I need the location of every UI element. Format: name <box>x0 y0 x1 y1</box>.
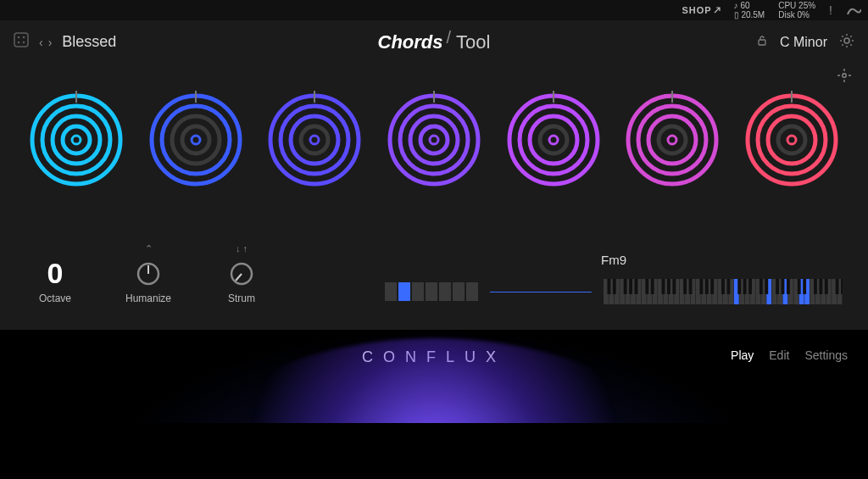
cpu-label: CPU <box>778 1 796 10</box>
status-bar: SHOP ♪ 60 ▯ 20.5M CPU 25% Disk 0% ! <box>0 0 868 20</box>
chord-circles-row <box>25 89 843 191</box>
degree-box-1[interactable] <box>385 282 397 301</box>
degree-box-4[interactable] <box>426 282 437 301</box>
svg-line-13 <box>842 44 843 45</box>
octave-value: 0 <box>47 259 64 287</box>
disk-value: 0% <box>797 10 809 19</box>
svg-rect-100 <box>613 279 616 294</box>
svg-rect-120 <box>765 279 768 294</box>
svg-point-48 <box>768 116 815 164</box>
svg-rect-116 <box>737 279 741 294</box>
range-bar[interactable] <box>490 292 592 292</box>
svg-point-4 <box>23 42 25 44</box>
chord-circle-3[interactable] <box>264 89 365 191</box>
controls-row: 0 Octave ⌃ Humanize ↓ ↑ Strum Fm9 <box>0 225 868 313</box>
degree-selector[interactable] <box>385 282 478 301</box>
tab-settings[interactable]: Settings <box>804 348 848 362</box>
svg-point-36 <box>509 96 598 184</box>
svg-rect-129 <box>836 279 839 294</box>
svg-point-43 <box>648 116 696 164</box>
svg-rect-115 <box>726 279 730 294</box>
dice-icon[interactable] <box>14 32 29 52</box>
svg-point-1 <box>18 36 20 39</box>
svg-rect-122 <box>782 279 785 294</box>
tab-edit[interactable]: Edit <box>769 348 789 362</box>
humanize-control[interactable]: ⌃ Humanize <box>119 243 178 304</box>
svg-point-15 <box>843 74 846 77</box>
svg-rect-128 <box>825 279 828 294</box>
bpm-value: 60 <box>740 1 749 10</box>
chord-circle-2[interactable] <box>145 89 247 191</box>
lock-icon[interactable] <box>756 35 768 50</box>
degree-box-3[interactable] <box>412 282 424 301</box>
prev-preset-button[interactable]: ‹ <box>39 36 43 49</box>
svg-line-14 <box>850 36 851 36</box>
key-scale-display[interactable]: C Minor <box>780 35 827 50</box>
shop-link[interactable]: SHOP <box>682 5 720 15</box>
header-bar: ‹ › Blessed Chords / Tool C Minor <box>0 20 868 64</box>
chord-circle-1[interactable] <box>25 89 127 191</box>
octave-label: Octave <box>39 292 71 304</box>
strum-knob[interactable] <box>228 260 255 287</box>
humanize-knob[interactable] <box>135 260 162 287</box>
disk-label: Disk <box>778 10 794 19</box>
svg-rect-124 <box>798 279 801 294</box>
svg-rect-102 <box>629 279 632 294</box>
chord-circle-5[interactable] <box>503 89 604 191</box>
conflux-footer: CONFLUX PlayEditSettings <box>0 330 868 423</box>
svg-point-30 <box>310 136 319 144</box>
chord-circle-4[interactable] <box>383 89 485 191</box>
humanize-top-icon: ⌃ <box>145 243 153 255</box>
alert-icon[interactable]: ! <box>829 3 832 17</box>
svg-rect-121 <box>776 279 779 294</box>
svg-rect-118 <box>748 279 752 294</box>
degree-box-6[interactable] <box>453 282 465 301</box>
svg-point-19 <box>63 126 90 153</box>
svg-rect-117 <box>743 279 747 294</box>
chord-display: Fm9 <box>385 253 843 304</box>
svg-point-20 <box>72 136 81 144</box>
tab-play[interactable]: Play <box>731 348 754 362</box>
expand-icon[interactable] <box>837 69 851 82</box>
mini-keyboard[interactable] <box>604 279 843 304</box>
svg-rect-103 <box>635 279 638 294</box>
octave-control[interactable]: 0 Octave <box>25 242 85 304</box>
degree-box-7[interactable] <box>466 282 478 301</box>
svg-point-28 <box>291 116 338 164</box>
degree-box-5[interactable] <box>439 282 451 301</box>
svg-point-46 <box>748 96 836 184</box>
mem-value: 20.5M <box>741 10 765 19</box>
main-panel: ‹ › Blessed Chords / Tool C Minor <box>0 20 868 330</box>
svg-point-24 <box>182 126 209 153</box>
svg-point-35 <box>430 136 438 144</box>
svg-point-49 <box>778 126 805 153</box>
svg-point-39 <box>540 126 567 153</box>
footer-brand: CONFLUX <box>362 348 506 366</box>
svg-rect-126 <box>814 279 817 294</box>
svg-rect-119 <box>760 279 763 294</box>
strum-control[interactable]: ↓ ↑ Strum <box>212 243 271 304</box>
svg-point-18 <box>53 116 100 164</box>
svg-rect-101 <box>624 279 627 294</box>
app-title-right: Tool <box>456 31 490 53</box>
chord-circle-6[interactable] <box>621 89 723 191</box>
svg-rect-109 <box>683 279 687 294</box>
svg-point-23 <box>172 116 220 164</box>
svg-rect-130 <box>841 279 843 294</box>
degree-box-2[interactable] <box>398 282 410 301</box>
svg-point-26 <box>270 96 359 184</box>
preset-name[interactable]: Blessed <box>62 33 116 51</box>
svg-point-41 <box>628 96 716 184</box>
svg-rect-106 <box>662 279 665 294</box>
svg-point-29 <box>301 126 328 153</box>
svg-rect-111 <box>699 279 703 294</box>
next-preset-button[interactable]: › <box>48 36 53 49</box>
svg-rect-127 <box>819 279 822 294</box>
svg-point-3 <box>18 42 20 44</box>
chord-name: Fm9 <box>385 253 843 267</box>
svg-rect-123 <box>787 279 790 294</box>
gear-icon[interactable] <box>839 33 854 52</box>
svg-point-16 <box>32 96 120 184</box>
svg-point-45 <box>668 136 676 144</box>
chord-circle-7[interactable] <box>741 89 843 191</box>
